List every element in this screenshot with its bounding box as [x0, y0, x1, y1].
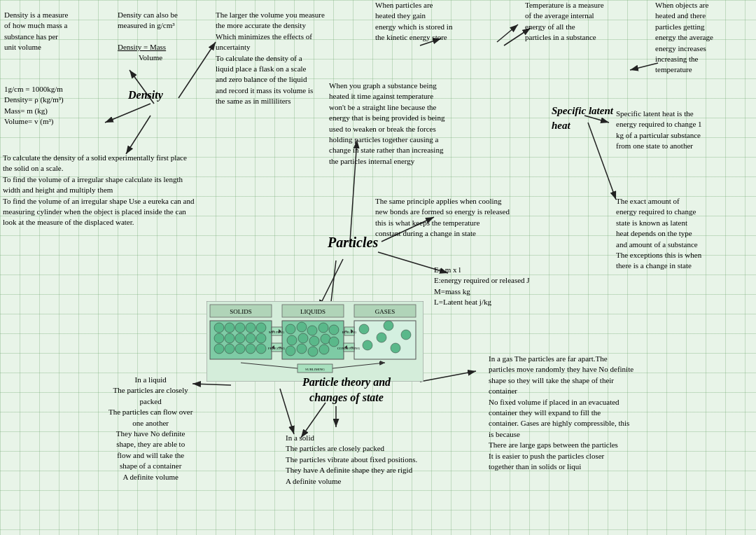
- svg-point-38: [246, 333, 255, 343]
- svg-point-47: [297, 322, 307, 332]
- svg-text:FREEZING: FREEZING: [268, 347, 286, 350]
- svg-line-3: [105, 104, 150, 123]
- svg-text:CONDENSING: CONDENSING: [337, 347, 360, 350]
- svg-point-57: [297, 344, 307, 354]
- svg-point-48: [307, 326, 317, 335]
- density-larger-volume: The larger the volume you measure the mo…: [216, 10, 325, 107]
- states-diagram: SOLIDS LIQUIDS GASES: [206, 301, 424, 382]
- svg-point-40: [214, 344, 224, 354]
- liquid-description: In a liquid The particles are closely pa…: [108, 375, 192, 482]
- svg-text:SOLIDS: SOLIDS: [230, 308, 252, 315]
- density-definition: Density is a measure of how much mass a …: [4, 10, 68, 53]
- svg-point-50: [329, 325, 339, 335]
- gas-description: In a gas The particles are far apart.The…: [489, 354, 634, 472]
- svg-point-51: [287, 335, 297, 345]
- svg-line-11: [497, 25, 518, 42]
- svg-line-16: [192, 384, 231, 385]
- svg-line-5: [126, 116, 150, 154]
- svg-text:SUBLIMING: SUBLIMING: [305, 368, 325, 371]
- specific-latent-def: Specific latent heat is the energy requi…: [616, 109, 702, 152]
- solid-description: In a solid The particles are closely pac…: [286, 433, 417, 487]
- particle-theory-title: Particle theory and changes of state: [290, 375, 402, 406]
- svg-point-56: [286, 346, 295, 356]
- svg-point-53: [309, 336, 319, 346]
- density-gcm: Density can also be measured in g/cm³: [118, 10, 178, 32]
- particles-graph-desc: When you graph a substance being heated …: [329, 81, 444, 167]
- svg-text:MELTING: MELTING: [269, 331, 284, 334]
- svg-point-55: [329, 337, 339, 347]
- svg-point-43: [246, 344, 255, 354]
- svg-point-37: [235, 333, 245, 343]
- particles-cooling: The same principle applies when cooling …: [375, 196, 510, 239]
- svg-point-63: [401, 330, 411, 340]
- svg-text:GASES: GASES: [375, 308, 396, 315]
- svg-point-49: [318, 323, 328, 333]
- particles-title: Particles: [328, 232, 378, 252]
- density-units: 1g/cm = 1000kg/m Density= ρ (kg/m³) Mass…: [4, 84, 64, 127]
- svg-point-66: [377, 333, 386, 342]
- svg-point-44: [256, 344, 266, 354]
- svg-point-33: [246, 323, 255, 333]
- svg-point-32: [235, 323, 245, 333]
- svg-point-31: [225, 323, 234, 333]
- svg-point-36: [225, 333, 234, 343]
- svg-point-65: [391, 343, 400, 353]
- density-solid-calc: To calculate the density of a solid expe…: [3, 153, 195, 228]
- svg-point-30: [214, 323, 224, 333]
- svg-point-62: [384, 321, 393, 331]
- svg-point-52: [298, 333, 308, 343]
- density-title: Density: [128, 88, 163, 103]
- specific-latent-exact: The exact amount of energy required to c…: [616, 196, 701, 272]
- svg-line-18: [420, 371, 476, 382]
- svg-text:BOILING: BOILING: [342, 331, 357, 334]
- temperature-desc: Temperature is a measure of the average …: [525, 0, 604, 43]
- svg-point-42: [235, 344, 245, 354]
- particles-formula: E= m x l E:energy required or released J…: [434, 265, 530, 308]
- svg-line-14: [588, 123, 616, 200]
- svg-point-61: [359, 324, 369, 334]
- svg-point-58: [308, 347, 318, 356]
- svg-point-59: [319, 345, 329, 354]
- svg-point-46: [286, 324, 295, 334]
- particles-heated: When particles are heated they gain ener…: [375, 0, 452, 43]
- svg-point-39: [256, 333, 266, 343]
- svg-point-64: [363, 340, 372, 350]
- svg-text:LIQUIDS: LIQUIDS: [300, 308, 326, 315]
- svg-point-34: [256, 323, 266, 333]
- when-objects: When objects are heated and there partic…: [655, 0, 713, 76]
- svg-line-15: [630, 63, 658, 70]
- svg-point-35: [214, 333, 224, 343]
- svg-point-41: [225, 344, 234, 354]
- density-formula: Density = Mass Volume: [118, 42, 166, 64]
- svg-line-4: [178, 42, 216, 98]
